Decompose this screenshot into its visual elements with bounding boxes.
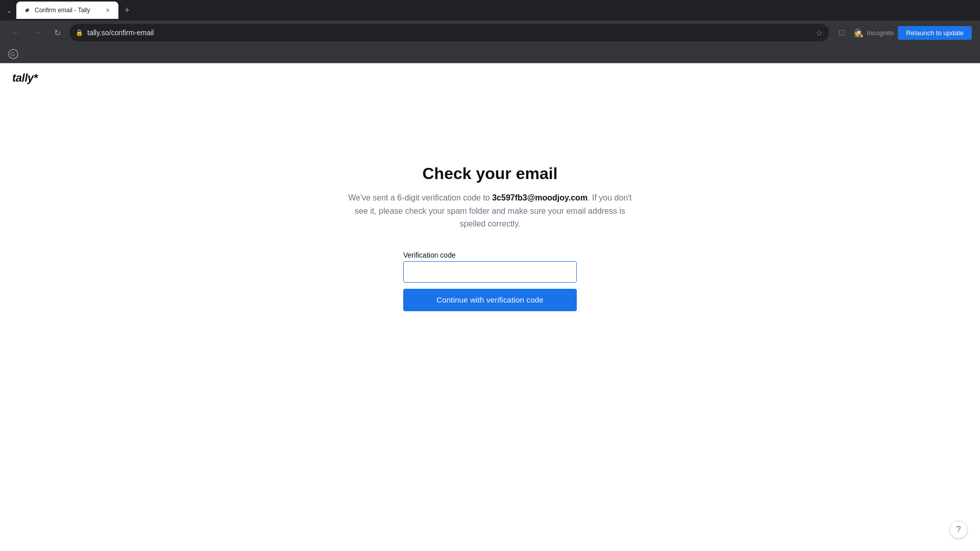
- split-screen-button[interactable]: □: [833, 24, 849, 41]
- back-button[interactable]: ←: [8, 24, 24, 41]
- incognito-label: Incognito: [867, 29, 894, 37]
- incognito-button[interactable]: 🕵 Incognito: [853, 28, 894, 38]
- main-content: Check your email We've sent a 6-digit ve…: [0, 93, 980, 311]
- tab-favicon: ✱: [22, 6, 31, 14]
- svg-text:G: G: [11, 51, 15, 57]
- google-logo-icon: G: [8, 49, 18, 59]
- tab-list-arrow[interactable]: ⌄: [4, 4, 14, 16]
- tally-logo: tally*: [12, 71, 968, 85]
- page-header: tally*: [0, 63, 980, 93]
- new-tab-button[interactable]: +: [120, 3, 134, 18]
- verification-code-label: Verification code: [403, 251, 577, 259]
- url-display: tally.so/confirm-email: [87, 29, 812, 37]
- active-tab[interactable]: ✱ Confirm email - Tally ×: [16, 2, 118, 19]
- reload-button[interactable]: ↻: [49, 24, 65, 41]
- tab-close-button[interactable]: ×: [103, 6, 112, 15]
- tab-title: Confirm email - Tally: [35, 7, 99, 14]
- browser-chrome: ⌄ ✱ Confirm email - Tally × + ← → ↻ 🔒 ta…: [0, 0, 980, 63]
- tally-favicon-icon: ✱: [24, 8, 29, 13]
- continue-button[interactable]: Continue with verification code: [403, 289, 577, 311]
- page-title: Check your email: [423, 164, 558, 183]
- page-description: We've sent a 6-digit verification code t…: [347, 191, 633, 231]
- relaunch-button[interactable]: Relaunch to update: [898, 26, 972, 40]
- bookmark-icon[interactable]: ☆: [816, 28, 823, 38]
- toolbar: ← → ↻ 🔒 tally.so/confirm-email ☆ □ 🕵 Inc…: [0, 20, 980, 45]
- verification-code-input[interactable]: [403, 261, 577, 283]
- toolbar-right: □ 🕵 Incognito Relaunch to update: [833, 24, 972, 41]
- lock-icon: 🔒: [76, 29, 83, 36]
- help-button[interactable]: ?: [949, 520, 968, 539]
- verification-form: Verification code Continue with verifica…: [403, 251, 577, 311]
- forward-button[interactable]: →: [29, 24, 45, 41]
- form-field-group: Verification code: [403, 251, 577, 283]
- description-before: We've sent a 6-digit verification code t…: [348, 193, 492, 202]
- tab-bar: ⌄ ✱ Confirm email - Tally × +: [0, 0, 980, 20]
- page-content: tally* Check your email We've sent a 6-d…: [0, 63, 980, 551]
- incognito-icon: 🕵: [853, 28, 864, 38]
- google-apps-icon[interactable]: G: [8, 49, 18, 59]
- address-bar[interactable]: 🔒 tally.so/confirm-email ☆: [69, 24, 829, 41]
- bookmarks-bar: G: [0, 45, 980, 63]
- email-address: 3c597fb3@moodjoy.com: [492, 193, 587, 202]
